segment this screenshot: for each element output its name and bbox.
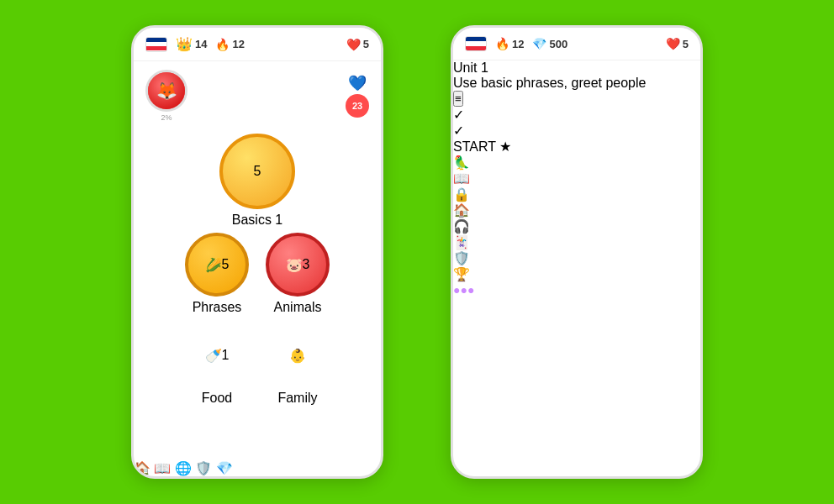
fire-icon: 🔥 xyxy=(215,38,230,51)
phrases-badge: 5 xyxy=(222,257,230,272)
unit-info: Unit 1 Use basic phrases, greet people xyxy=(453,60,700,91)
family-circle[interactable]: 👶 xyxy=(266,323,330,387)
notification-badge[interactable]: 23 xyxy=(346,94,369,118)
basics1-circle[interactable]: 5 xyxy=(219,134,295,209)
skill-node-1[interactable]: ✓ xyxy=(453,107,700,123)
unit-header: Unit 1 Use basic phrases, greet people ≡ xyxy=(453,60,700,107)
right-gem-stat: 💎 500 xyxy=(532,37,567,50)
left-bottom-nav: 🏠 📖 🌐 🛡️ 💎 xyxy=(134,460,381,476)
unit-title: Unit 1 xyxy=(453,60,700,76)
nav-gem-icon[interactable]: 💎 xyxy=(216,461,233,475)
skill-node-5[interactable]: 🔒 xyxy=(453,186,700,202)
fire-count: 12 xyxy=(232,38,244,50)
star-icon: ★ xyxy=(499,139,511,154)
food-family-row: 🍼 1 Food 👶 Family xyxy=(185,323,330,406)
heart-icon: ❤️ xyxy=(346,38,361,51)
left-top-bar: 👑 14 🔥 12 ❤️ 5 xyxy=(134,28,381,61)
bnav-cards[interactable]: 🃏 xyxy=(453,234,700,250)
lesson-food[interactable]: 🍼 1 Food xyxy=(185,323,249,406)
start-label: START xyxy=(453,139,496,154)
animals-circle[interactable]: 🐷 3 xyxy=(266,233,330,297)
basics1-badge: 5 xyxy=(254,164,261,179)
heart-stat: ❤️ 5 xyxy=(346,38,369,51)
right-top-bar: 🔥 12 💎 500 ❤️ 5 xyxy=(453,28,700,60)
nav-shield-icon[interactable]: 🛡️ xyxy=(195,461,212,475)
right-fire-count: 12 xyxy=(512,38,524,50)
bnav-more[interactable]: ●●● xyxy=(453,282,700,297)
crown-count: 14 xyxy=(195,38,207,50)
right-gem-count: 500 xyxy=(549,38,567,50)
bnav-trophy[interactable]: 🏆 xyxy=(453,266,700,282)
right-phone: 🔥 12 💎 500 ❤️ 5 Unit 1 Use basic phrases… xyxy=(451,25,703,479)
avatar[interactable]: 🦊 xyxy=(145,70,187,112)
checkmark-icon-1: ✓ xyxy=(453,108,464,122)
fire-stat: 🔥 12 xyxy=(215,38,244,51)
phrases-icon: 🌽 xyxy=(205,257,222,273)
right-bottom-nav: 🏠 🎧 🃏 🛡️ 🏆 ●●● xyxy=(453,202,700,297)
bnav-home[interactable]: 🏠 xyxy=(453,202,700,218)
book-icon: 📖 xyxy=(453,171,470,186)
skill-row-2: ✓ xyxy=(453,123,700,139)
lesson-animals[interactable]: 🐷 3 Animals xyxy=(266,233,330,315)
skill-row-5: 🔒 xyxy=(453,186,700,202)
profile-section: 🦊 2% 💙 23 xyxy=(134,61,381,125)
skill-row-3: START ★ 🦜 xyxy=(453,139,700,171)
bnav-headphones-icon: 🎧 xyxy=(453,219,470,234)
right-gem-icon: 💎 xyxy=(532,37,546,50)
nav-book-icon[interactable]: 📖 xyxy=(154,461,171,475)
right-fire-icon: 🔥 xyxy=(495,37,509,50)
phrases-circle[interactable]: 🌽 5 xyxy=(185,233,249,297)
skill-row-4: 📖 xyxy=(453,171,700,186)
phrases-animals-row: 🌽 5 Phrases 🐷 3 Animals xyxy=(185,233,330,315)
progress-label: 2% xyxy=(161,113,172,122)
skill-node-start[interactable]: START ★ 🦜 xyxy=(453,139,700,171)
food-label: Food xyxy=(202,391,232,406)
avatar-wrapper: 🦊 2% xyxy=(145,70,187,122)
animals-icon: 🐷 xyxy=(286,257,303,273)
course-content: 5 Basics 1 🌽 5 Phrases 🐷 3 xyxy=(134,125,381,460)
broken-heart-icon: 💙 xyxy=(348,74,367,92)
skill-node-2[interactable]: ✓ xyxy=(453,123,700,139)
family-icon: 👶 xyxy=(289,348,306,364)
bnav-shield[interactable]: 🛡️ xyxy=(453,250,700,266)
animals-badge: 3 xyxy=(303,257,310,272)
guidebook-button[interactable]: ≡ xyxy=(453,91,463,107)
avatar-image: 🦊 xyxy=(148,72,185,109)
bnav-cards-icon: 🃏 xyxy=(453,235,470,249)
unit-subtitle: Use basic phrases, greet people xyxy=(453,76,700,91)
food-circle[interactable]: 🍼 1 xyxy=(185,323,249,387)
phrases-label: Phrases xyxy=(193,300,242,315)
crown-icon: 👑 xyxy=(176,36,193,52)
lock-icon: 🔒 xyxy=(453,187,470,202)
bnav-shield-icon: 🛡️ xyxy=(453,251,470,265)
food-icon: 🍼 xyxy=(205,348,222,364)
skill-row-1: ✓ xyxy=(453,107,700,123)
main-container: 👑 14 🔥 12 ❤️ 5 🦊 2% 💙 23 xyxy=(0,0,834,504)
animals-label: Animals xyxy=(274,300,322,315)
notification-wrapper: 💙 23 xyxy=(346,74,369,118)
right-heart-icon: ❤️ xyxy=(666,37,680,50)
basics1-label: Basics 1 xyxy=(232,213,282,228)
nav-home-icon[interactable]: 🏠 xyxy=(134,461,150,475)
right-language-flag xyxy=(465,36,487,51)
skill-node-4[interactable]: 📖 xyxy=(453,171,700,186)
right-fire-stat: 🔥 12 xyxy=(495,37,524,50)
food-badge: 1 xyxy=(222,348,230,363)
bnav-headphones[interactable]: 🎧 xyxy=(453,218,700,234)
language-flag xyxy=(145,37,167,52)
nav-globe-icon[interactable]: 🌐 xyxy=(175,461,192,475)
unit-header-row: Unit 1 Use basic phrases, greet people ≡ xyxy=(453,60,700,107)
left-phone: 👑 14 🔥 12 ❤️ 5 🦊 2% 💙 23 xyxy=(131,25,383,479)
heart-count: 5 xyxy=(363,38,369,50)
right-heart-count: 5 xyxy=(683,38,689,50)
bnav-trophy-icon: 🏆 xyxy=(453,267,470,281)
family-label: Family xyxy=(277,391,317,406)
right-heart-stat: ❤️ 5 xyxy=(666,37,689,50)
bnav-more-icon: ●●● xyxy=(453,283,474,297)
skill-path: ✓ ✓ START ★ 🦜 xyxy=(453,107,700,202)
lesson-phrases[interactable]: 🌽 5 Phrases xyxy=(185,233,249,315)
checkmark-icon-2: ✓ xyxy=(453,123,464,138)
duo-mascot: 🦜 xyxy=(453,155,700,171)
lesson-basics1[interactable]: 5 Basics 1 xyxy=(219,134,295,228)
lesson-family[interactable]: 👶 Family xyxy=(266,323,330,406)
